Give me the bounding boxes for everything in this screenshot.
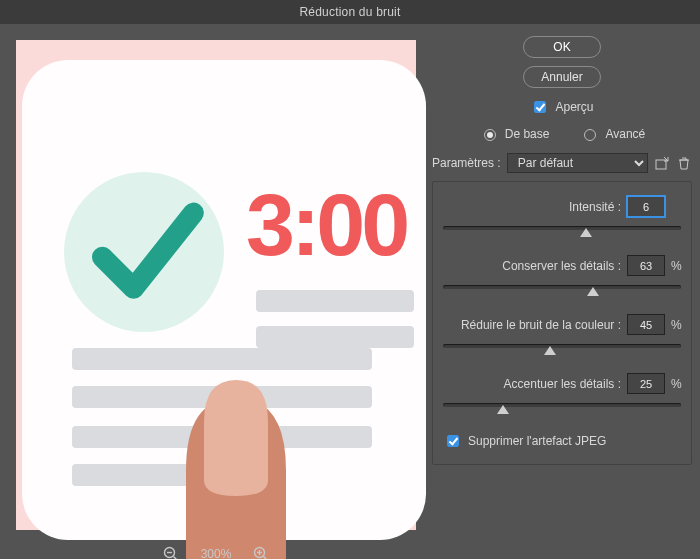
ok-button[interactable]: OK: [523, 36, 601, 58]
preserve-details-slider[interactable]: [443, 282, 681, 296]
reduce-color-slider[interactable]: [443, 341, 681, 355]
jpeg-artifact-label: Supprimer l'artefact JPEG: [468, 434, 606, 448]
preserve-details-unit: %: [671, 259, 681, 273]
noise-reduction-dialog: 3:00 300% OK Annuler Ap: [0, 24, 700, 559]
strength-slider[interactable]: [443, 223, 681, 237]
sliders-group: Intensité : Conserver les détails : %: [432, 181, 692, 465]
preserve-details-input[interactable]: [627, 255, 665, 276]
save-preset-icon[interactable]: [654, 155, 670, 171]
preview-checkbox[interactable]: [534, 101, 546, 113]
preview-area: 3:00: [16, 40, 416, 530]
sharpen-unit: %: [671, 377, 681, 391]
mode-advanced-radio[interactable]: [584, 129, 596, 141]
strength-label: Intensité :: [569, 200, 621, 214]
finger-graphic: [156, 360, 316, 559]
cancel-button[interactable]: Annuler: [523, 66, 601, 88]
zoom-out-icon[interactable]: [163, 546, 179, 559]
zoom-level: 300%: [201, 547, 232, 559]
strength-input[interactable]: [627, 196, 665, 217]
checkmark-graphic: [64, 172, 224, 332]
mode-basic-radio[interactable]: [484, 129, 496, 141]
reduce-color-unit: %: [671, 318, 681, 332]
reduce-color-label: Réduire le bruit de la couleur :: [461, 318, 621, 332]
preview-time-text: 3:00: [246, 174, 406, 276]
reduce-color-input[interactable]: [627, 314, 665, 335]
settings-panel: OK Annuler Aperçu De base Avancé Paramèt…: [432, 36, 692, 551]
trash-icon[interactable]: [676, 155, 692, 171]
zoom-controls: 300%: [16, 540, 416, 559]
mode-advanced-label: Avancé: [605, 127, 645, 141]
mode-basic-label: De base: [505, 127, 550, 141]
sharpen-slider[interactable]: [443, 400, 681, 414]
sharpen-label: Accentuer les détails :: [504, 377, 621, 391]
preview-image[interactable]: 3:00: [16, 40, 416, 530]
dialog-title: Réduction du bruit: [0, 0, 700, 24]
sharpen-input[interactable]: [627, 373, 665, 394]
params-label: Paramètres :: [432, 156, 501, 170]
jpeg-artifact-checkbox[interactable]: [447, 435, 459, 447]
zoom-in-icon[interactable]: [253, 546, 269, 559]
mode-radiogroup: De base Avancé: [432, 126, 692, 141]
preview-checkbox-label: Aperçu: [555, 100, 593, 114]
params-dropdown[interactable]: Par défaut: [507, 153, 648, 173]
preserve-details-label: Conserver les détails :: [502, 259, 621, 273]
